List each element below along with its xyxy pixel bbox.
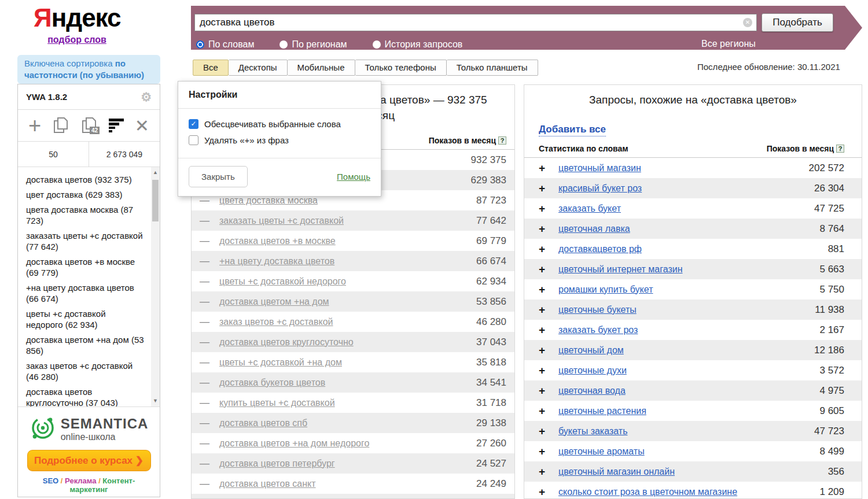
keyword-link[interactable]: цвета доставка москва (219, 195, 318, 206)
semantica-ad[interactable]: SEMANTICA online-школа Подробнее о курса… (18, 407, 160, 497)
add-phrase-icon[interactable]: + (28, 117, 41, 134)
copy-list-icon[interactable] (52, 116, 69, 135)
add-keyword-icon[interactable]: + (539, 243, 558, 256)
keyword-link[interactable]: +на цвету доставка цветов (219, 256, 334, 267)
scroll-up-icon[interactable]: ▲ (151, 168, 160, 177)
remove-keyword-icon[interactable]: — (200, 215, 219, 227)
remove-keyword-icon[interactable]: — (200, 357, 219, 368)
keyword-link[interactable]: цветочные духи (558, 365, 627, 376)
remove-keyword-icon[interactable]: — (200, 458, 219, 470)
add-keyword-icon[interactable]: + (539, 283, 558, 296)
radio-by-words[interactable]: По словам (196, 39, 254, 50)
keyword-link[interactable]: доставка цветов спб (219, 418, 307, 428)
keyword-link[interactable]: цветочные растения (558, 406, 646, 416)
tab-phones-only[interactable]: Только телефоны (355, 60, 447, 76)
list-scrollbar[interactable]: ▲ ▼ (151, 167, 160, 406)
ad-cta-button[interactable]: Подробнее о курсах ❯ (27, 450, 151, 471)
keyword-link[interactable]: цветочный интернет магазин (558, 264, 683, 275)
keyword-link[interactable]: заказ цветов +с доставкой (219, 317, 333, 327)
keyword-link[interactable]: купить цветы +с доставкой (219, 398, 335, 408)
clear-list-icon[interactable]: ✕ (135, 116, 149, 136)
keyword-link[interactable]: цветы +с доставкой +на дом (219, 357, 342, 368)
search-input[interactable] (194, 14, 757, 31)
close-button[interactable]: Закрыть (189, 166, 248, 187)
keyword-link[interactable]: сколько стоит роза в цветочном магазине (558, 487, 737, 497)
keyword-link[interactable]: цветы +с доставкой недорого (219, 276, 346, 287)
tab-mobile[interactable]: Мобильные (288, 60, 355, 76)
remove-keyword-icon[interactable]: — (200, 478, 219, 490)
add-keyword-icon[interactable]: + (539, 182, 558, 195)
add-keyword-icon[interactable]: + (539, 263, 558, 276)
submit-button[interactable]: Подобрать (762, 13, 833, 32)
keyword-link[interactable]: цветочные ароматы (558, 446, 645, 457)
keyword-link[interactable]: заказать букет роз (558, 325, 638, 335)
copy-with-count-icon[interactable]: 42 (80, 116, 98, 135)
keyword-link[interactable]: ромашки купить букет (558, 284, 653, 295)
scrollbar-thumb[interactable] (152, 180, 159, 221)
add-all-link[interactable]: Добавить все (539, 124, 606, 136)
add-keyword-icon[interactable]: + (539, 202, 558, 215)
remove-keyword-icon[interactable]: — (200, 276, 219, 287)
remove-keyword-icon[interactable]: — (200, 235, 219, 247)
add-keyword-icon[interactable]: + (539, 465, 558, 478)
keyword-link[interactable]: доставка букетов цветов (219, 378, 325, 388)
ywa-keyword-item[interactable]: цвета доставка москва (87 723) (26, 204, 145, 226)
option-remove-plus[interactable]: Удалять «+» из фраз (189, 135, 370, 145)
keyword-link[interactable]: доставка цветов +на дом недорого (219, 438, 369, 449)
keyword-link[interactable]: цветочная лавка (558, 224, 630, 234)
add-keyword-icon[interactable]: + (539, 304, 558, 316)
ywa-keyword-item[interactable]: доставка цветов круглосуточно (37 043) (26, 386, 145, 407)
scroll-down-icon[interactable]: ▼ (151, 397, 160, 405)
ywa-keyword-item[interactable]: +на цвету доставка цветов (66 674) (26, 282, 145, 304)
keyword-link[interactable]: доставка цветов +в москве (219, 236, 336, 246)
add-keyword-icon[interactable]: + (539, 162, 558, 175)
keyword-link[interactable]: цветочный магазин (558, 163, 641, 173)
keyword-link[interactable]: доставкацветов рф (558, 244, 642, 254)
yandex-logo-text[interactable]: Яндекс (34, 3, 120, 32)
radio-query-history[interactable]: История запросов (373, 39, 463, 50)
remove-keyword-icon[interactable]: — (200, 316, 219, 328)
keyword-link[interactable]: цветочный дом (558, 345, 624, 356)
ad-link-reklama[interactable]: Реклама (65, 476, 96, 485)
add-keyword-icon[interactable]: + (539, 344, 558, 357)
remove-keyword-icon[interactable]: — (200, 397, 219, 409)
tab-desktops[interactable]: Десктопы (229, 60, 288, 76)
ad-link-seo[interactable]: SEO (43, 476, 58, 485)
clear-input-icon[interactable]: ✕ (743, 18, 752, 27)
ywa-keyword-item[interactable]: доставка цветов +в москве (69 779) (26, 256, 145, 278)
tab-tablets-only[interactable]: Только планшеты (447, 60, 538, 76)
add-keyword-icon[interactable]: + (539, 324, 558, 337)
keyword-link[interactable]: красивый букет роз (558, 183, 642, 194)
help-icon[interactable]: ? (498, 136, 506, 145)
remove-keyword-icon[interactable]: — (200, 256, 219, 267)
keyword-link[interactable]: доставка цветов санкт (219, 479, 316, 489)
tab-all[interactable]: Все (193, 60, 229, 76)
keyword-link[interactable]: цветочная вода (558, 386, 626, 396)
ywa-keyword-item[interactable]: цвет доставка (629 383) (26, 189, 145, 200)
remove-keyword-icon[interactable]: — (200, 377, 219, 389)
all-regions-link[interactable]: Все регионы (701, 39, 756, 50)
ywa-keyword-item[interactable]: цветы +с доставкой недорого (62 934) (26, 308, 145, 330)
keyword-link[interactable]: заказать букет (558, 204, 621, 214)
help-link[interactable]: Помощь (337, 172, 370, 182)
ywa-keyword-item[interactable]: заказ цветов +с доставкой (46 280) (26, 360, 145, 382)
remove-keyword-icon[interactable]: — (200, 417, 219, 429)
sort-by-frequency-icon[interactable] (109, 117, 124, 134)
ywa-keyword-item[interactable]: заказать цветы +с доставкой (77 642) (26, 230, 145, 252)
checkbox-unchecked-icon[interactable] (189, 135, 198, 145)
add-keyword-icon[interactable]: + (539, 486, 558, 498)
add-keyword-icon[interactable]: + (539, 405, 558, 417)
option-decolorize-selected[interactable]: ✓ Обесцвечивать выбранные слова (189, 119, 370, 129)
add-keyword-icon[interactable]: + (539, 385, 558, 397)
remove-keyword-icon[interactable]: — (200, 438, 219, 449)
ywa-keyword-item[interactable]: доставка цветов (932 375) (26, 174, 145, 185)
remove-keyword-icon[interactable]: — (200, 337, 219, 348)
keyword-link[interactable]: букеты заказать (558, 426, 627, 437)
add-keyword-icon[interactable]: + (539, 445, 558, 458)
checkbox-checked-icon[interactable]: ✓ (189, 119, 198, 129)
keyword-link[interactable]: цветочный магазин онлайн (558, 467, 675, 477)
remove-keyword-icon[interactable]: — (200, 296, 219, 308)
keyword-link[interactable]: доставка цветов петербург (219, 459, 335, 469)
add-keyword-icon[interactable]: + (539, 425, 558, 438)
keyword-link[interactable]: доставка цветом +на дом (219, 297, 329, 307)
